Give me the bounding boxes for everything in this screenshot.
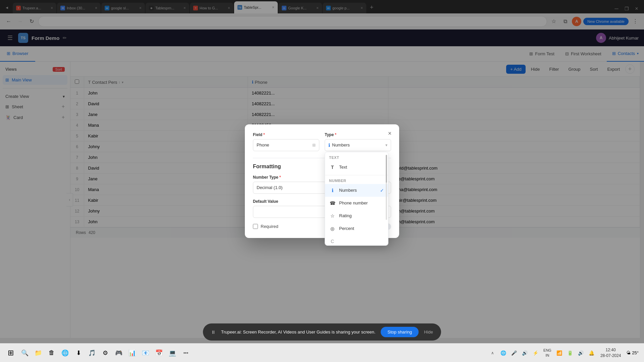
required-checkbox[interactable] <box>253 224 258 229</box>
field-value: Phone <box>257 142 269 147</box>
downloader-button[interactable]: ⬇ <box>72 347 85 359</box>
field-icon: ⊞ <box>312 143 316 147</box>
clock-time: 12:40 <box>600 347 621 353</box>
calendar-button[interactable]: 📅 <box>153 347 165 359</box>
search-button[interactable]: 🔍 <box>19 347 31 359</box>
screen-share-bar: ⏸ Trupeer.ai: Screen Recorder, AI Videos… <box>203 323 441 341</box>
number-section-label: NUMBER <box>325 177 388 184</box>
chevron-icon: ▾ <box>385 143 387 147</box>
type-select-button[interactable]: ℹ Numbers ▾ <box>325 139 391 151</box>
numbers-option[interactable]: ℹ Numbers ✓ <box>325 184 388 197</box>
game-button[interactable]: 🎮 <box>113 347 125 359</box>
currency-option[interactable]: C <box>325 235 388 246</box>
type-label: Type* <box>325 132 391 137</box>
check-icon: ✓ <box>380 188 384 193</box>
phone-number-label: Phone number <box>339 200 368 205</box>
text-option-label: Text <box>339 165 347 170</box>
weather-display[interactable]: 🌤 25° <box>625 350 640 355</box>
taskbar: ⊞ 🔍 📁 🗑 🌐 ⬇ 🎵 ⚙ 🎮 📊 📧 📅 💻 ••• ∧ 🌐 🎤 🔊 ⚡ … <box>0 343 644 362</box>
battery-icon[interactable]: 🔋 <box>566 348 575 358</box>
tray-icon-2[interactable]: 🎤 <box>509 348 519 358</box>
type-value: Numbers <box>332 142 383 147</box>
laptop-button[interactable]: 💻 <box>166 347 178 359</box>
tray-expand-icon[interactable]: ∧ <box>488 348 497 358</box>
numbers-label: Numbers <box>339 188 377 193</box>
type-section: Type* ℹ Numbers ▾ TEXT T Text <box>325 132 391 151</box>
text-type-icon: T <box>329 164 336 171</box>
text-option[interactable]: T Text <box>325 161 388 174</box>
music-button[interactable]: 🎵 <box>86 347 98 359</box>
email-button[interactable]: 📧 <box>140 347 152 359</box>
weather-temp: 25° <box>632 350 639 355</box>
required-label: Required <box>261 224 278 229</box>
numbers-icon: ℹ <box>329 187 336 194</box>
rating-icon: ☆ <box>329 213 336 219</box>
tray-icon-3[interactable]: 🔊 <box>520 348 529 358</box>
percent-icon: ◎ <box>329 225 336 232</box>
number-type-value: Decimal (1.0) <box>257 185 282 190</box>
required-star: * <box>279 175 281 180</box>
field-input[interactable]: Phone ⊞ <box>253 139 319 151</box>
weather-icon: 🌤 <box>626 350 631 355</box>
type-dropdown: TEXT T Text NUMBER ℹ Numbers ✓ ☎ Phone <box>325 152 388 246</box>
stop-sharing-button[interactable]: Stop sharing <box>381 327 419 337</box>
volume-icon[interactable]: 🔊 <box>576 348 586 358</box>
currency-icon: C <box>329 238 336 245</box>
required-star: * <box>335 132 336 137</box>
settings-button[interactable]: ⚙ <box>99 347 111 359</box>
edge-button[interactable]: 🌐 <box>59 347 71 359</box>
phone-icon: ☎ <box>329 200 336 206</box>
required-star: * <box>263 132 265 137</box>
field-section: Field* Phone ⊞ <box>253 132 319 151</box>
screen-share-message: Trupeer.ai: Screen Recorder, AI Videos a… <box>221 329 375 335</box>
spreadsheet-button[interactable]: 📊 <box>126 347 138 359</box>
trash-button[interactable]: 🗑 <box>46 347 58 359</box>
wifi-icon[interactable]: 📶 <box>555 348 564 358</box>
rating-option[interactable]: ☆ Rating <box>325 209 388 222</box>
modal-top-row: Field* Phone ⊞ Type* ℹ Numbers ▾ <box>253 132 391 151</box>
phone-number-option[interactable]: ☎ Phone number <box>325 197 388 209</box>
percent-label: Percent <box>339 226 354 231</box>
dropdown-scroll-thumb <box>386 155 387 183</box>
notification-icon[interactable]: 🔔 <box>587 348 596 358</box>
clock-display[interactable]: 12:40 28-07-2024 <box>598 347 624 359</box>
tray-icon-4[interactable]: ⚡ <box>531 348 540 358</box>
lang-indicator[interactable]: ENGIN <box>541 348 553 358</box>
hide-button[interactable]: Hide <box>424 329 433 335</box>
screen-share-pause-icon: ⏸ <box>211 329 216 335</box>
clock-date: 28-07-2024 <box>600 353 621 359</box>
field-edit-modal: × Field* Phone ⊞ Type* ℹ Numbers ▾ <box>245 124 399 238</box>
field-label: Field* <box>253 132 319 137</box>
info-icon: ℹ <box>328 142 330 148</box>
rating-label: Rating <box>339 213 352 218</box>
more-apps-button[interactable]: ••• <box>180 347 192 359</box>
start-button[interactable]: ⊞ <box>4 346 17 360</box>
percent-option[interactable]: ◎ Percent <box>325 222 388 235</box>
tray-icon-1[interactable]: 🌐 <box>498 348 508 358</box>
text-section-label: TEXT <box>325 152 388 161</box>
modal-overlay: × Field* Phone ⊞ Type* ℹ Numbers ▾ <box>0 0 644 362</box>
file-explorer-button[interactable]: 📁 <box>32 347 44 359</box>
